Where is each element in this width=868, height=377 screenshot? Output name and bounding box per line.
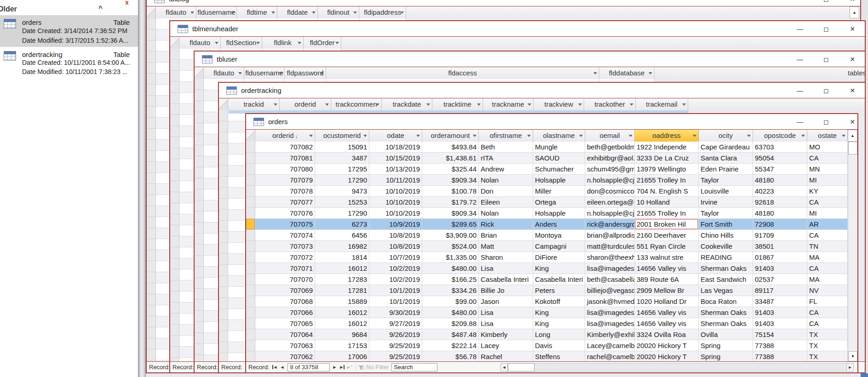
new-record-button[interactable]: ►* [346, 363, 353, 371]
cell-olastname[interactable]: DiFiore [533, 252, 585, 263]
cell-oaddress[interactable]: 3324 Ovilla Roa [635, 329, 699, 340]
filter-dropdown-icon[interactable] [279, 72, 282, 76]
cell-ostate[interactable]: MI [807, 208, 848, 219]
cell-oemail[interactable]: eileen.ortega@ [585, 197, 635, 208]
record-selector-column[interactable] [219, 110, 228, 361]
record-selector-column[interactable] [147, 18, 156, 361]
cell-ostate[interactable]: CA [807, 153, 848, 164]
minimize-button[interactable]: — [792, 83, 808, 98]
cell-opostcode[interactable]: 89117 [753, 285, 807, 296]
filter-dropdown-icon[interactable] [335, 42, 339, 46]
column-header-trackother[interactable]: trackother [584, 98, 636, 110]
cell-ocity[interactable]: Cookeville [699, 241, 753, 252]
cell-ofirstname[interactable]: Don [479, 186, 533, 197]
object-name[interactable]: ordertracking [22, 51, 63, 58]
cell-ostate[interactable]: MA [807, 274, 848, 285]
filter-dropdown-icon[interactable] [747, 135, 751, 139]
close-button[interactable]: ✕ [845, 21, 860, 36]
cell-ocustomerid[interactable]: 17290 [315, 208, 369, 219]
object-name[interactable]: orders [22, 18, 42, 26]
cell-ofirstname[interactable]: Eileen [479, 197, 533, 208]
filter-dropdown-icon[interactable] [593, 72, 597, 76]
select-all-cell[interactable] [147, 6, 156, 18]
filter-dropdown-icon[interactable] [190, 11, 194, 16]
record-selector[interactable] [246, 175, 255, 186]
cell-ofirstname[interactable]: Rick [479, 219, 533, 230]
filter-dropdown-icon[interactable] [630, 103, 633, 108]
filter-dropdown-icon[interactable] [629, 135, 632, 139]
cell-opostcode[interactable]: 01867 [753, 252, 807, 263]
column-header-fldSection[interactable]: fldSection [221, 37, 262, 49]
cell-ocity[interactable]: East Sandwich [699, 274, 753, 285]
vertical-scrollbar[interactable]: ▼ [848, 142, 857, 361]
cell-ofirstname[interactable]: Nolan [479, 208, 533, 219]
cell-oaddress[interactable]: 389 Route 6A [635, 274, 699, 285]
window-titlebar[interactable]: tblmenuheader—◻✕ [170, 21, 865, 37]
cell-oemail[interactable]: schum495@gma [585, 164, 635, 175]
cell-odate[interactable]: 10/13/2019 [369, 164, 422, 175]
column-header-trackdate[interactable]: trackdate [382, 98, 432, 110]
record-selector[interactable] [246, 142, 255, 153]
window-titlebar[interactable]: tblblog—◻✕ [147, 0, 860, 6]
previous-record-button[interactable]: ◄ [279, 363, 286, 371]
cell-ostate[interactable]: TN [807, 241, 848, 252]
cell-orderid[interactable]: 707076 [255, 208, 315, 219]
cell-opostcode[interactable]: 91709 [753, 230, 807, 241]
cell-orderamount[interactable]: $56.78 [422, 351, 479, 361]
cell-ocustomerid[interactable]: 1814 [315, 252, 369, 263]
cell-ostate[interactable]: TX [807, 351, 848, 361]
cell-opostcode[interactable]: 48180 [753, 208, 807, 219]
cell-opostcode[interactable]: 91403 [753, 318, 807, 329]
select-all-cell[interactable] [170, 37, 179, 49]
cell-olastname[interactable]: King [533, 263, 585, 274]
cell-ostate[interactable]: CA [807, 263, 848, 274]
column-header-fldpassword[interactable]: fldpassword [285, 67, 326, 79]
cell-ocustomerid[interactable]: 17153 [315, 340, 369, 351]
cell-ocity[interactable]: Cape Girardeau [699, 142, 753, 153]
cell-olastname[interactable]: Mungle [533, 142, 585, 153]
minimize-button[interactable]: — [792, 114, 808, 129]
sidebar-item-orders[interactable]: orders Table Date Created: 3/14/2014 7:3… [0, 15, 138, 47]
cell-olastname[interactable]: Davis [533, 340, 585, 351]
cell-oaddress[interactable]: 21655 Trolley In [635, 208, 699, 219]
column-header-ofirstname[interactable]: ofirstname [479, 130, 533, 142]
column-header-ocustomerid[interactable]: ocustomerid [315, 130, 369, 142]
cell-oaddress[interactable]: 20020 Hickory T [635, 340, 699, 351]
cell-ostate[interactable]: CA [807, 230, 848, 241]
column-header-fldauto[interactable]: fldauto [179, 37, 221, 49]
cell-ostate[interactable]: MN [807, 164, 848, 175]
cell-odate[interactable]: 10/9/2019 [369, 219, 422, 230]
column-header-fldipaddress[interactable]: fldipaddress [359, 6, 406, 18]
cell-odate[interactable]: 10/10/2019 [369, 208, 422, 219]
cell-ocustomerid[interactable]: 6273 [315, 219, 369, 230]
cell-orderid[interactable]: 707065 [255, 318, 315, 329]
cell-oemail[interactable]: Kimberly@exhib [585, 329, 635, 340]
cell-odate[interactable]: 10/15/2019 [369, 153, 422, 164]
cell-ocustomerid[interactable]: 17290 [315, 175, 369, 186]
select-all-cell[interactable] [195, 67, 204, 79]
record-selector[interactable] [246, 329, 255, 340]
cell-orderamount[interactable]: $179.72 [422, 197, 479, 208]
cell-ofirstname[interactable]: Matt [479, 241, 533, 252]
cell-oaddress[interactable]: 14656 Valley vis [635, 318, 699, 329]
select-all-cell[interactable] [246, 130, 255, 142]
column-header-flddate[interactable]: flddate [277, 6, 318, 18]
column-header-ostate[interactable]: ostate [807, 130, 848, 142]
cell-ocustomerid[interactable]: 9684 [315, 329, 369, 340]
cell-opostcode[interactable]: 40223 [753, 186, 807, 197]
cell-ocity[interactable]: Irvine [699, 197, 753, 208]
sidebar-item-ordertracking[interactable]: ordertracking Table Date Created: 10/11/… [0, 48, 138, 78]
cell-ocustomerid[interactable]: 6456 [315, 230, 369, 241]
filter-dropdown-icon[interactable] [801, 135, 805, 139]
column-header-oemail[interactable]: oemail [585, 130, 635, 142]
cell-orderamount[interactable]: $909.34 [422, 208, 479, 219]
cell-ocustomerid[interactable]: 15253 [315, 197, 369, 208]
cell-orderamount[interactable]: $334.26 [422, 285, 479, 296]
record-selector-column[interactable] [170, 49, 179, 361]
cell-orderamount[interactable]: $480.00 [422, 307, 479, 318]
filter-dropdown-icon[interactable] [400, 11, 404, 16]
cell-ocity[interactable]: Santa Clara [699, 153, 753, 164]
filter-dropdown-icon[interactable] [416, 135, 420, 139]
filter-dropdown-icon[interactable] [842, 135, 845, 139]
cell-ofirstname[interactable]: Casabella Interi [479, 274, 533, 285]
